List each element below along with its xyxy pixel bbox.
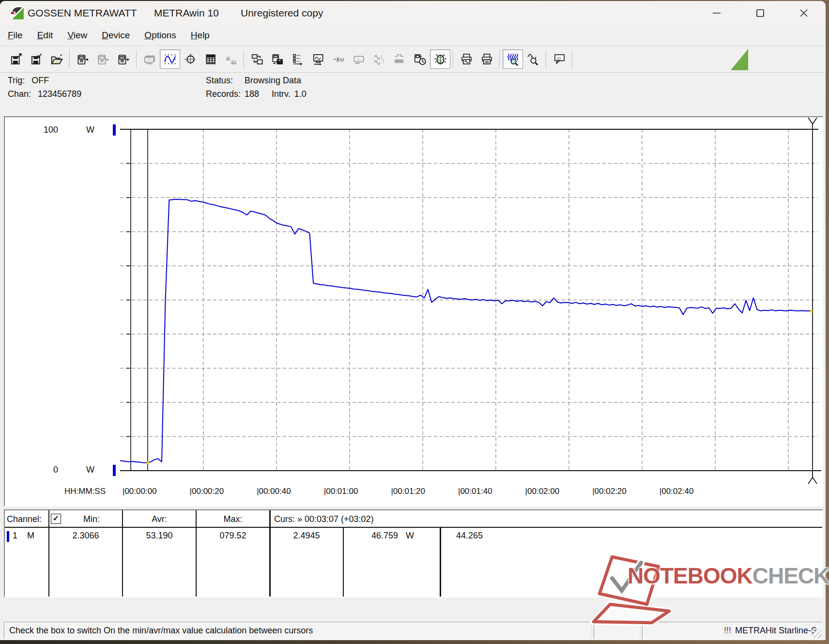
channel-color-marker (7, 531, 9, 542)
svg-text:321: 321 (79, 57, 83, 59)
menu-item-view[interactable]: View (67, 30, 87, 41)
pulse-wave-icon (393, 53, 406, 66)
x-tick-label: |00:01:20 (391, 487, 425, 496)
crosshair-icon (184, 53, 197, 66)
menu-item-edit[interactable]: Edit (37, 30, 53, 41)
toolbar-button-zoom-waves[interactable] (503, 49, 523, 69)
toolbar-button-waveform-chart[interactable] (160, 49, 180, 69)
x-tick-label: |00:01:00 (324, 487, 358, 496)
svg-text:321: 321 (356, 58, 361, 61)
col-header-channel: Channel: (7, 514, 42, 524)
beetle-icon (434, 53, 447, 66)
y-axis-unit-bottom: W (86, 465, 94, 475)
x-tick-label: |00:00:20 (190, 487, 224, 496)
cell-channel-mode: M (27, 531, 34, 541)
table-divider (269, 510, 271, 597)
monitor-icon (312, 53, 325, 66)
toolbar-button-device-write[interactable] (93, 49, 113, 69)
cell-cursor2-value: 46.759 (345, 531, 398, 541)
cell-avr: 53.190 (123, 531, 196, 541)
bar-graph-icon (225, 53, 238, 66)
print-chart-icon (460, 53, 473, 66)
x-tick-label: |00:02:20 (592, 487, 627, 496)
toolbar-button-device-transfer[interactable] (247, 49, 267, 69)
x-tick-label: |00:00:40 (257, 487, 291, 496)
x-tick-label: |00:02:00 (525, 487, 560, 496)
toolbar-button-pulse-wave[interactable] (389, 49, 410, 69)
toolbar-button-channel-list[interactable] (288, 49, 308, 69)
toolbar-button-device-memory[interactable]: M (113, 49, 134, 69)
minimize-icon (711, 8, 722, 18)
toolbar-button-beetle[interactable] (430, 49, 450, 69)
menu-item-file[interactable]: File (8, 30, 23, 41)
display-digits-icon: 321 (353, 53, 366, 66)
toolbar-separator (546, 50, 547, 68)
minimize-button[interactable] (695, 1, 738, 25)
display-values-icon: 1257 (143, 53, 156, 66)
toolbar-button-printer[interactable] (476, 49, 497, 69)
formula-icon: =f(x) (332, 53, 345, 66)
toolbar-button-dual-wave[interactable] (369, 49, 389, 69)
toolbar-separator (453, 50, 454, 68)
toolbar-button-device-save[interactable] (267, 49, 288, 69)
x-tick-label: |00:02:40 (660, 487, 694, 496)
toolbar-button-folder-open[interactable] (46, 49, 67, 69)
toolbar-button-device-read[interactable]: 321 (73, 49, 93, 69)
save-export-icon (10, 53, 23, 66)
title-bar: GOSSEN METRAWATT METRAwin 10 Unregistere… (0, 1, 826, 25)
x-tick-label: |00:00:00 (123, 487, 157, 496)
title-status: Unregistered copy (241, 7, 323, 19)
toolbar-button-crosshair[interactable] (180, 49, 200, 69)
annotation-icon: 1/2 (553, 53, 566, 66)
toolbar: 321M1257=f(x)3211/2 (0, 46, 826, 73)
table-divider (48, 510, 49, 597)
toolbar-button-display-values[interactable]: 1257 (139, 49, 160, 69)
x-axis-format-label: HH:MM:SS (64, 487, 106, 496)
cell-min: 2.3066 (49, 531, 122, 541)
app-logo-icon (11, 6, 24, 20)
table-divider (440, 528, 441, 597)
col-header-min: Min: (61, 514, 122, 524)
svg-text:M: M (121, 56, 123, 59)
toolbar-separator (244, 50, 245, 68)
statusbar-message: Check the box to switch On the min/avr/m… (4, 622, 590, 639)
toolbar-button-monitor[interactable] (308, 49, 328, 69)
maximize-button[interactable] (738, 1, 782, 25)
title-brand: GOSSEN METRAWATT (28, 7, 137, 19)
cell-channel-number: 1 (13, 531, 17, 541)
y-axis-min-label: 0 (30, 465, 58, 475)
toolbar-button-zoom-single[interactable] (523, 49, 543, 69)
app-window: GOSSEN METRAWATT METRAwin 10 Unregistere… (0, 1, 826, 640)
trigger-status: Trig:OFF (8, 76, 49, 86)
device-write-icon (97, 53, 110, 66)
toolbar-button-formula[interactable]: =f(x) (328, 49, 349, 69)
col-header-avr: Avr: (123, 514, 196, 524)
minmax-checkbox[interactable]: ✓ (51, 514, 61, 524)
x-tick-label: |00:01:40 (458, 487, 492, 496)
title-app: METRAwin 10 (154, 7, 219, 19)
toolbar-corner-triangle (731, 49, 748, 70)
toolbar-button-annotation[interactable]: 1/2 (549, 49, 569, 69)
y-axis-max-label: 100 (30, 125, 58, 135)
menu-item-device[interactable]: Device (102, 30, 130, 41)
menu-item-help[interactable]: Help (191, 30, 210, 41)
menu-item-options[interactable]: Options (144, 30, 176, 41)
toolbar-button-display-digits[interactable]: 321 (349, 49, 369, 69)
toolbar-button-clock-device[interactable] (410, 49, 430, 69)
toolbar-button-save-import[interactable] (26, 49, 46, 69)
folder-open-icon (50, 53, 63, 66)
toolbar-button-bar-graph[interactable] (221, 49, 241, 69)
records-status: Records:188 Intrv.1.0 (206, 89, 307, 99)
toolbar-button-print-chart[interactable] (456, 49, 476, 69)
close-button[interactable] (782, 1, 826, 25)
channel-list-icon (292, 53, 305, 66)
device-alert-prefix: !!! (724, 626, 731, 636)
toolbar-separator (69, 50, 70, 68)
col-header-max: Max: (197, 514, 269, 524)
device-save-icon (271, 53, 284, 66)
resize-grip[interactable] (811, 629, 822, 638)
toolbar-button-data-table[interactable] (200, 49, 221, 69)
svg-text:1257: 1257 (146, 58, 152, 61)
menu-bar: FileEditViewDeviceOptionsHelp (0, 25, 826, 46)
toolbar-button-save-export[interactable] (6, 49, 26, 69)
